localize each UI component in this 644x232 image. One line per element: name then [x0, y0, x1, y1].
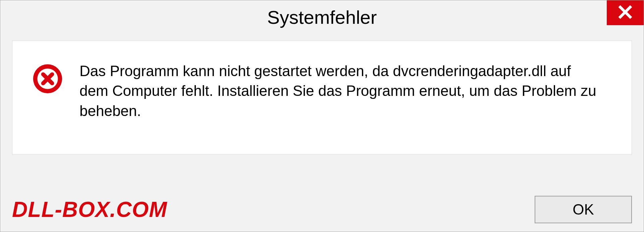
- error-icon: [33, 64, 63, 94]
- watermark-text: DLL-BOX.COM: [12, 197, 167, 222]
- content-panel: Das Programm kann nicht gestartet werden…: [12, 41, 632, 155]
- dialog-footer: DLL-BOX.COM OK: [12, 196, 632, 223]
- error-dialog: Systemfehler Das Programm kann nicht ges…: [0, 0, 644, 232]
- dialog-title: Systemfehler: [267, 6, 377, 28]
- close-icon: [618, 5, 633, 21]
- ok-button[interactable]: OK: [535, 196, 632, 223]
- title-bar: Systemfehler: [0, 0, 644, 34]
- close-button[interactable]: [607, 0, 644, 25]
- error-message: Das Programm kann nicht gestartet werden…: [79, 61, 603, 121]
